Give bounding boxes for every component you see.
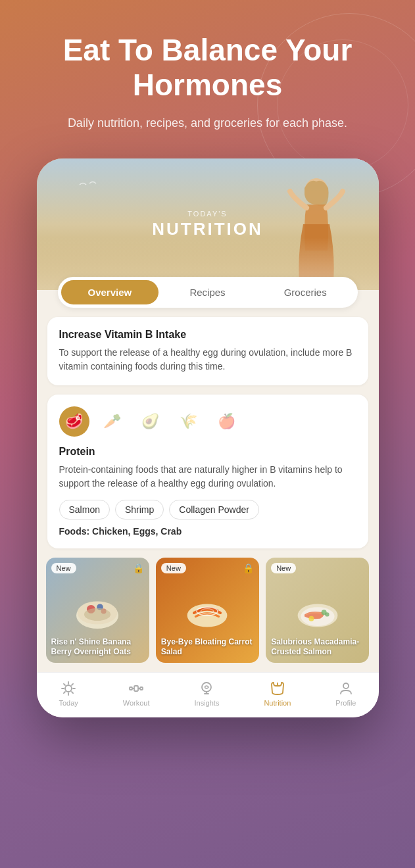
tip-card: Increase Vitamin B Intake To support the…	[47, 317, 368, 385]
svg-line-22	[72, 684, 73, 685]
food-icon-protein[interactable]: 🥩	[59, 406, 89, 437]
recipe-1-lock-icon: 🔒	[133, 563, 144, 573]
nav-item-nutrition[interactable]: Nutrition	[264, 681, 291, 707]
nav-label-workout: Workout	[123, 699, 150, 707]
tabs-container: Overview Recipes Groceries	[58, 277, 358, 308]
recipe-1-illustration	[71, 584, 124, 637]
section-title: Protein	[59, 446, 356, 458]
foods-list: Foods: Chicken, Eggs, Crab	[59, 526, 356, 537]
svg-point-13	[325, 612, 329, 616]
hero-title: Eat To Balance Your Hormones	[26, 33, 389, 103]
food-tag-salmon[interactable]: Salmon	[59, 500, 110, 519]
section-desc: Protein-containing foods that are natura…	[59, 463, 356, 491]
recipe-row: New 🔒 Rise n' Shine Banana Berry Overnig…	[46, 558, 370, 663]
recipe-card-2[interactable]: New 🔒 Bye-Bye Bloating Carrot Salad	[156, 558, 259, 663]
nav-item-workout[interactable]: Workout	[123, 681, 150, 707]
svg-point-33	[343, 683, 349, 688]
birds-decoration	[76, 178, 116, 191]
recipe-1-badge: New	[51, 563, 76, 573]
content-area: Increase Vitamin B Intake To support the…	[37, 308, 379, 672]
nav-label-nutrition: Nutrition	[264, 699, 291, 707]
recipe-2-badge: New	[161, 563, 186, 573]
hero-subtitle: Daily nutrition, recipes, and groceries …	[26, 114, 389, 132]
today-label: TODAY'S	[152, 209, 263, 217]
recipe-3-title: Salubrious Macadamia-Crusted Salmon	[271, 637, 364, 658]
food-tag-shrimp[interactable]: Shrimp	[115, 500, 164, 519]
svg-line-23	[64, 692, 65, 693]
svg-line-21	[72, 692, 73, 693]
nav-item-insights[interactable]: Insights	[195, 681, 220, 707]
svg-rect-25	[140, 687, 143, 690]
food-icon-avocado[interactable]: 🥑	[135, 406, 166, 437]
nutrition-hero-image: TODAY'S NUTRITION	[37, 158, 379, 290]
tip-title: Increase Vitamin B Intake	[59, 329, 356, 341]
nav-item-today[interactable]: Today	[59, 681, 78, 707]
tab-groceries[interactable]: Groceries	[256, 280, 354, 304]
today-icon	[61, 681, 76, 696]
svg-point-29	[202, 683, 211, 692]
nutrition-icon	[270, 681, 285, 696]
svg-rect-24	[130, 687, 132, 690]
svg-point-14	[308, 616, 314, 621]
nav-label-insights: Insights	[195, 699, 220, 707]
recipe-card-3[interactable]: New Salubrious Macadamia-Crusted Salmon	[266, 558, 369, 663]
food-icon-grain[interactable]: 🌾	[174, 406, 204, 437]
nav-item-profile[interactable]: Profile	[335, 681, 356, 707]
food-icon-apple[interactable]: 🍎	[212, 406, 242, 437]
recipe-1-title: Rise n' Shine Banana Berry Overnight Oat…	[51, 637, 144, 658]
profile-icon	[338, 681, 354, 696]
recipe-card-1[interactable]: New 🔒 Rise n' Shine Banana Berry Overnig…	[46, 558, 149, 663]
nutrition-label: NUTRITION	[152, 218, 263, 238]
food-section: 🥩 🥕 🥑 🌾 🍎 Protein Protein-containing foo…	[47, 395, 368, 548]
food-tag-collagen[interactable]: Collagen Powder	[169, 500, 259, 519]
recipe-2-lock-icon: 🔒	[243, 563, 254, 573]
recipe-2-title: Bye-Bye Bloating Carrot Salad	[161, 637, 254, 658]
svg-point-15	[65, 685, 72, 692]
hero-section: Eat To Balance Your Hormones Daily nutri…	[0, 0, 415, 145]
insights-icon	[199, 681, 214, 696]
recipe-3-badge: New	[271, 563, 296, 573]
food-icons-row: 🥩 🥕 🥑 🌾 🍎	[59, 406, 356, 437]
nav-label-today: Today	[59, 699, 78, 707]
bottom-nav: Today Workout Insights	[37, 672, 379, 717]
food-tags: Salmon Shrimp Collagen Powder	[59, 500, 356, 519]
food-icon-carrot[interactable]: 🥕	[97, 406, 128, 437]
svg-point-6	[84, 608, 110, 621]
tab-overview[interactable]: Overview	[61, 280, 159, 304]
nav-label-profile: Profile	[335, 699, 356, 707]
recipe-2-illustration	[181, 584, 233, 637]
tab-recipes[interactable]: Recipes	[159, 280, 256, 304]
svg-line-20	[64, 684, 65, 685]
tip-text: To support the release of a healthy egg …	[59, 346, 356, 374]
svg-rect-28	[134, 686, 138, 691]
recipe-3-illustration	[291, 584, 344, 637]
workout-icon	[128, 681, 144, 696]
phone-mockup: TODAY'S NUTRITION Overview Recipes Groce…	[37, 158, 379, 717]
nutrition-header-label: TODAY'S NUTRITION	[152, 209, 263, 239]
